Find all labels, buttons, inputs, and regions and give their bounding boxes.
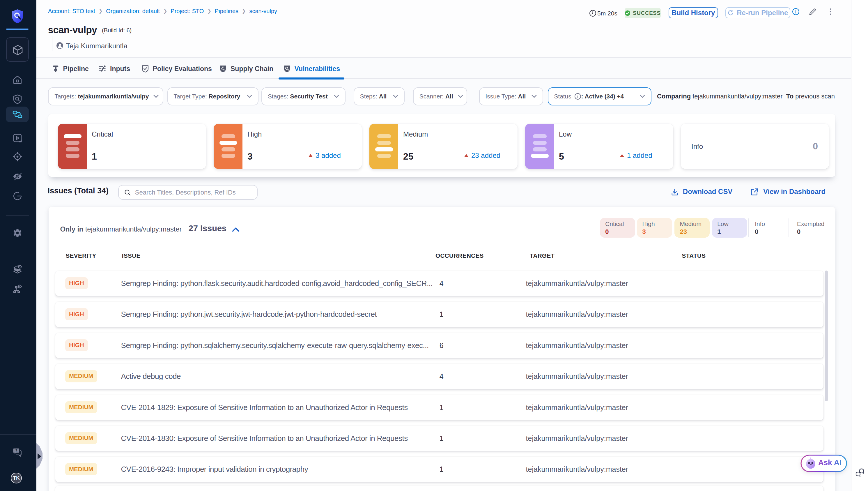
svg-text:?: ? [15,449,18,453]
